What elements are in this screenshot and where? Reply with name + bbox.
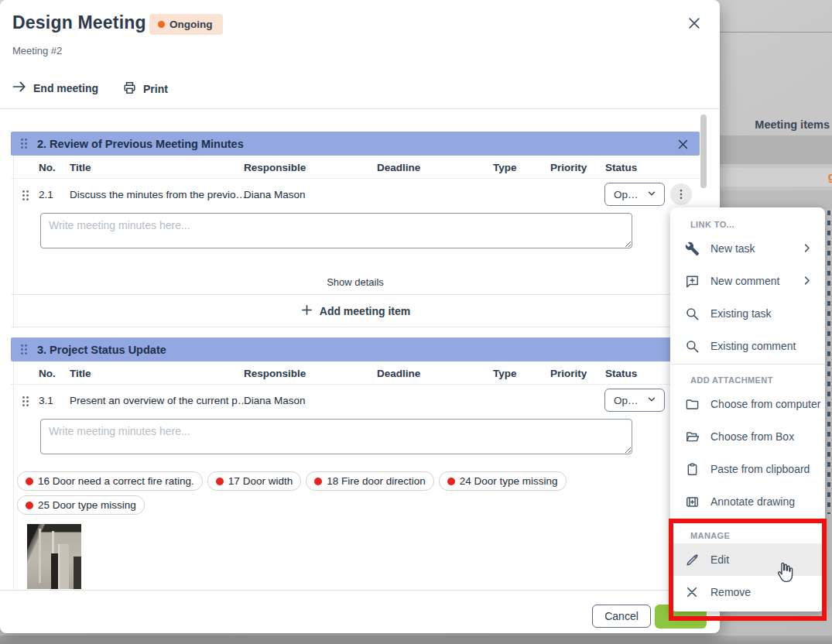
menu-item-existing-comment[interactable]: Existing comment xyxy=(670,330,825,362)
dashed-edge-decoration xyxy=(827,211,830,514)
drag-handle-icon[interactable] xyxy=(19,137,29,150)
menu-item-remove[interactable]: Remove xyxy=(670,576,825,608)
minutes-field-wrap xyxy=(11,211,700,258)
menu-item-edit[interactable]: Edit xyxy=(670,543,825,576)
annotate-drawing-icon xyxy=(684,494,700,509)
page: Meeting items g Design Meeting Ongoing M… xyxy=(0,0,832,644)
red-dot-icon xyxy=(314,478,322,485)
status-dropdown[interactable]: Op… xyxy=(604,183,665,206)
wrench-icon xyxy=(684,241,700,256)
status-dropdown[interactable]: Op… xyxy=(604,389,665,412)
table-header-row: No. Title Responsible Deadline Type Prio… xyxy=(11,361,700,385)
chevron-down-icon xyxy=(646,394,657,407)
issue-tag[interactable]: 17 Door width xyxy=(207,471,301,491)
chevron-right-icon xyxy=(801,242,813,256)
search-icon xyxy=(684,306,700,321)
item-responsible: Diana Mason xyxy=(244,395,306,406)
column-type: Type xyxy=(493,162,517,173)
show-details-toggle[interactable]: Show details xyxy=(11,258,700,295)
issue-tag[interactable]: 16 Door need a correct fire rating. xyxy=(17,471,203,491)
column-status: Status xyxy=(605,162,637,173)
meeting-items-heading: Meeting items xyxy=(720,118,830,131)
item-responsible: Diana Mason xyxy=(244,189,306,200)
menu-group-label: LINK TO... xyxy=(670,212,825,232)
menu-item-new-task[interactable]: New task xyxy=(670,232,825,265)
printer-icon xyxy=(122,80,137,98)
column-title: Title xyxy=(70,162,91,173)
add-meeting-item-button[interactable]: Add meeting item xyxy=(11,295,700,327)
column-no: No. xyxy=(39,162,56,173)
clipboard-icon xyxy=(684,461,700,477)
search-icon xyxy=(684,338,700,354)
menu-item-existing-task[interactable]: Existing task xyxy=(670,297,825,330)
meeting-number: Meeting #2 xyxy=(12,45,62,57)
scrollbar-thumb[interactable] xyxy=(700,115,707,188)
item-title: Discuss the minutes from the previo… xyxy=(70,189,246,200)
column-responsible: Responsible xyxy=(244,368,306,379)
issue-tag[interactable]: 25 Door type missing xyxy=(17,495,145,515)
drag-handle-icon[interactable] xyxy=(20,395,31,411)
minutes-field-wrap xyxy=(11,417,700,464)
background-row xyxy=(720,190,832,209)
column-responsible: Responsible xyxy=(244,162,306,173)
item-title: Present an overview of the current p… xyxy=(70,395,248,406)
row-context-menu: LINK TO... New task New comment Existin xyxy=(670,207,825,611)
column-status: Status xyxy=(605,368,637,379)
menu-item-choose-from-box[interactable]: Choose from Box xyxy=(670,420,825,453)
table-row[interactable]: 3.1 Present an overview of the current p… xyxy=(11,385,700,417)
close-icon xyxy=(684,584,700,600)
clipped-text: g xyxy=(828,170,832,183)
print-button[interactable]: Print xyxy=(122,80,168,98)
table-header-row: No. Title Responsible Deadline Type Prio… xyxy=(11,156,700,179)
status-dot-icon xyxy=(158,21,165,28)
chevron-right-icon xyxy=(801,275,813,289)
status-badge-label: Ongoing xyxy=(169,19,212,30)
column-deadline: Deadline xyxy=(377,368,420,379)
table-row[interactable]: 2.1 Discuss the minutes from the previo…… xyxy=(11,179,700,211)
footer-divider xyxy=(0,590,720,591)
attachment-photo-thumbnail[interactable] xyxy=(27,524,81,589)
chevron-down-icon xyxy=(646,188,657,201)
column-type: Type xyxy=(493,368,517,379)
section-title: 3. Project Status Update xyxy=(37,344,166,356)
column-title: Title xyxy=(70,368,91,379)
issue-tag[interactable]: 18 Fire door direction xyxy=(306,471,434,491)
meeting-minutes-input[interactable] xyxy=(40,419,632,454)
column-deadline: Deadline xyxy=(377,162,420,173)
section-title: 2. Review of Previous Meeting Minutes xyxy=(37,138,244,150)
section-3-header[interactable]: 3. Project Status Update xyxy=(11,337,700,361)
comment-plus-icon xyxy=(684,273,700,289)
red-dot-icon xyxy=(26,478,33,485)
cancel-button[interactable]: Cancel xyxy=(592,605,651,628)
end-meeting-button[interactable]: End meeting xyxy=(12,80,98,95)
menu-group-label: ADD ATTACHMENT xyxy=(670,365,825,388)
open-folder-icon xyxy=(684,429,700,444)
issue-tag[interactable]: 24 Door type missing xyxy=(439,471,567,491)
row-menu-button[interactable] xyxy=(670,183,692,205)
folder-icon xyxy=(684,396,700,412)
item-number: 3.1 xyxy=(39,395,53,406)
agenda-section-2: 2. Review of Previous Meeting Minutes No… xyxy=(11,132,700,327)
drag-handle-icon[interactable] xyxy=(20,189,31,205)
meeting-minutes-input[interactable] xyxy=(40,213,632,248)
column-priority: Priority xyxy=(550,368,587,379)
background-row xyxy=(720,135,832,164)
section-2-header[interactable]: 2. Review of Previous Meeting Minutes xyxy=(11,132,700,156)
red-dot-icon xyxy=(447,478,455,485)
plus-icon xyxy=(300,303,313,319)
column-priority: Priority xyxy=(550,162,587,173)
drag-handle-icon[interactable] xyxy=(19,343,29,356)
close-dialog-button[interactable] xyxy=(683,13,706,36)
red-dot-icon xyxy=(216,478,224,485)
section-close-button[interactable] xyxy=(673,135,692,153)
menu-item-paste-from-clipboard[interactable]: Paste from clipboard xyxy=(670,453,825,485)
column-no: No. xyxy=(39,368,56,379)
header-divider xyxy=(0,108,720,109)
status-badge: Ongoing xyxy=(149,14,223,35)
agenda-section-3: 3. Project Status Update No. Title Respo… xyxy=(11,337,700,589)
menu-item-annotate-drawing[interactable]: Annotate drawing xyxy=(670,485,825,518)
background-divider xyxy=(720,32,832,33)
background-footer-band xyxy=(0,635,832,644)
menu-item-new-comment[interactable]: New comment xyxy=(670,265,825,297)
menu-item-choose-from-computer[interactable]: Choose from computer xyxy=(670,388,825,420)
